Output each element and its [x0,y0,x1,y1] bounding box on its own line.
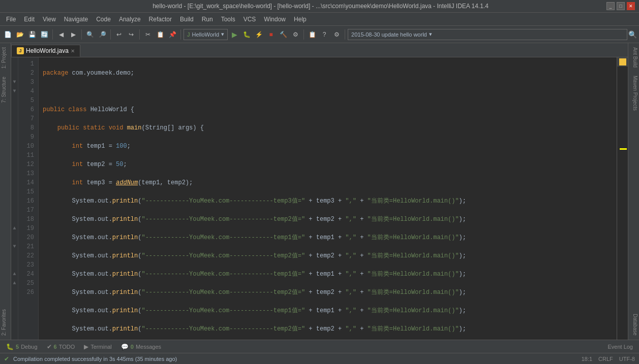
messages-label: Messages [136,344,161,350]
line-num-4: 4 [20,87,34,96]
code-content-area[interactable]: package com.youmeek.demo; public class H… [39,57,617,340]
fold-row-2 [11,69,18,78]
vcs-dropdown-icon: ▾ [429,31,432,38]
menu-navigate[interactable]: Navigate [60,15,92,24]
sidebar-item-database[interactable]: Database [628,310,639,340]
line-num-7: 7 [20,114,34,123]
run-config-name: HelloWorld [192,31,220,38]
window-title: hello-world - [E:\git_work_space\hello-w… [35,3,606,10]
editor-tab-helloworld[interactable]: J HelloWorld.java ✕ [11,45,80,57]
toolbar-sep-5 [180,29,181,40]
sidebar-item-ant-build[interactable]: Ant Build [628,43,639,72]
fold-row-10 [11,142,18,151]
settings-btn[interactable]: ⚙ [331,29,342,40]
fold-row-12 [11,160,18,169]
cursor-position[interactable]: 18:1 [582,356,592,362]
toolbar-new-btn[interactable]: 📄 [2,29,13,40]
left-tool-windows: 1: Project 7: Structure 2: Favorites [0,43,11,340]
menu-file[interactable]: File [2,15,20,24]
error-stripe-bar [617,67,628,340]
vcs-message-text: 2015-08-30 update hello world [351,31,427,38]
minimize-button[interactable]: _ [606,2,615,10]
menu-build[interactable]: Build [176,15,198,24]
fold-gutter: ▼ ▼ ▲ ▼ ▲ [11,57,18,340]
line-num-22: 22 [20,251,34,260]
debug-tool-btn[interactable]: 🐛 5Debug [2,342,42,351]
terminal-label: Terminal [90,344,112,350]
code-editor[interactable]: ▼ ▼ ▲ ▼ ▲ [11,57,628,340]
toolbar-sync-btn[interactable]: 🔄 [39,29,50,40]
toolbar-cut-btn[interactable]: ✂ [142,29,154,40]
messages-tool-btn[interactable]: 💬 0Messages [117,342,165,351]
global-search-btn[interactable]: 🔍 [628,30,637,39]
sidebar-item-maven-projects[interactable]: Maven Projects [628,72,639,115]
toolbar-redo-btn[interactable]: ↪ [126,29,137,40]
line-num-5: 5 [20,96,34,105]
toolbar-search1-btn[interactable]: 🔍 [84,29,96,40]
sidebar-item-project[interactable]: 1: Project [0,43,11,73]
editor-container: J HelloWorld.java ✕ ▼ ▼ [11,43,628,340]
menu-view[interactable]: View [39,15,60,24]
sidebar-item-favorites[interactable]: 2: Favorites [0,305,11,340]
run-config-dropdown-icon: ▾ [221,31,224,38]
line-numbers: 1 2 3 4 5 6 7 8 9 10 11 12 13 14 15 16 1… [18,57,39,340]
fold-row-22 [11,251,18,260]
menu-code[interactable]: Code [92,15,115,24]
line-ending[interactable]: CRLF [598,356,613,362]
toolbar-back-btn[interactable]: ◀ [55,29,67,40]
status-bar: ✔ Compilation completed successfully in … [0,353,639,364]
toolbar: 📄 📂 💾 🔄 ◀ ▶ 🔍 🔎 ↩ ↪ ✂ 📋 📌 J HelloWorld ▾… [0,26,639,43]
fold-row-3: ▼ [11,78,18,87]
line-num-20: 20 [20,233,34,242]
window-controls[interactable]: _ □ ✕ [606,2,635,10]
sidebar-item-structure[interactable]: 7: Structure [0,73,11,107]
right-error-stripe[interactable] [617,57,628,340]
encoding[interactable]: UTF-8 [619,356,635,362]
menu-help[interactable]: Help [290,15,311,24]
toolbar-copy-btn[interactable]: 📋 [155,29,166,40]
menu-bar: File Edit View Navigate Code Analyze Ref… [0,13,639,26]
toolbar-search2-btn[interactable]: 🔎 [97,29,108,40]
menu-run[interactable]: Run [198,15,217,24]
menu-vcs[interactable]: VCS [239,15,260,24]
code-line-7: int temp3 = addNum(temp1, temp2); [43,178,613,187]
vcs-message-display[interactable]: 2015-08-30 update hello world ▾ [348,29,627,40]
event-log-btn[interactable]: Event Log [603,343,637,351]
help-btn[interactable]: ? [319,29,330,40]
toolbar-sep-6 [303,29,304,40]
maximize-button[interactable]: □ [617,2,625,10]
line-num-23: 23 [20,260,34,270]
menu-tools[interactable]: Tools [217,15,239,24]
menu-analyze[interactable]: Analyze [115,15,145,24]
toolbar-forward-btn[interactable]: ▶ [68,29,79,40]
run-config-icon: J [187,31,190,38]
run-config-selector[interactable]: J HelloWorld ▾ [184,29,228,40]
fold-row-23 [11,260,18,270]
run-button[interactable]: ▶ [229,29,240,40]
menu-edit[interactable]: Edit [20,15,39,24]
debug-button[interactable]: 🐛 [241,29,252,40]
toolbar-sep-1 [52,29,53,40]
close-button[interactable]: ✕ [627,2,635,10]
fold-row-26 [11,288,18,297]
code-line-8: System.out.println("------------YouMeek.… [43,196,613,206]
toolbar-undo-btn[interactable]: ↩ [113,29,125,40]
code-line-13: System.out.println("------------YouMeek.… [43,288,613,297]
code-line-2 [43,87,613,96]
menu-refactor[interactable]: Refactor [145,15,176,24]
menu-window[interactable]: Window [260,15,290,24]
build-project-btn[interactable]: 🔨 [278,29,289,40]
terminal-tool-btn[interactable]: ▶ Terminal [80,342,116,351]
fold-row-13 [11,169,18,178]
tasks-btn[interactable]: 📋 [307,29,318,40]
tab-close-btn[interactable]: ✕ [71,48,75,54]
run-coverage-btn[interactable]: ⚡ [253,29,264,40]
stop-button[interactable]: ■ [265,29,277,40]
toolbar-paste-btn[interactable]: 📌 [167,29,178,40]
build2-btn[interactable]: ⚙ [290,29,301,40]
todo-tool-btn[interactable]: ✔ 6TODO [43,342,79,351]
todo-icon: ✔ [47,343,52,350]
toolbar-open-btn[interactable]: 📂 [14,29,25,40]
toolbar-save-btn[interactable]: 💾 [26,29,38,40]
code-line-10: System.out.println("------------YouMeek.… [43,233,613,242]
